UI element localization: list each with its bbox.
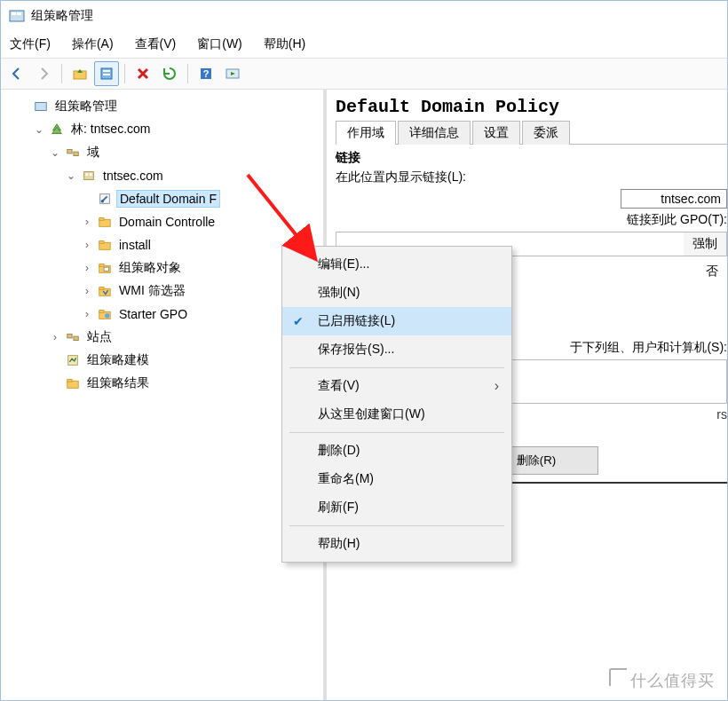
tree-label: WMI 筛选器 bbox=[116, 282, 188, 300]
watermark-icon bbox=[609, 668, 627, 686]
tab-delegation[interactable]: 委派 bbox=[522, 121, 570, 145]
tab-settings[interactable]: 设置 bbox=[472, 121, 520, 145]
svg-rect-6 bbox=[103, 74, 110, 75]
wmi-icon bbox=[97, 283, 113, 299]
ctx-divider bbox=[289, 432, 504, 433]
ctx-save-report[interactable]: 保存报告(S)... bbox=[282, 335, 511, 364]
gpo-container-icon bbox=[97, 260, 113, 276]
svg-rect-31 bbox=[74, 336, 78, 340]
toolbar-up-folder[interactable] bbox=[67, 61, 92, 86]
ctx-enforce[interactable]: 强制(N) bbox=[282, 279, 511, 307]
ctx-refresh[interactable]: 刷新(F) bbox=[282, 493, 511, 522]
tree-domain[interactable]: ⌄ tntsec.com bbox=[65, 164, 323, 187]
chevron-down-icon[interactable]: ⌄ bbox=[65, 169, 77, 182]
ou-icon bbox=[97, 214, 113, 230]
svg-point-29 bbox=[105, 313, 109, 318]
domains-icon bbox=[65, 145, 81, 161]
tree-label: tntsec.com bbox=[100, 168, 166, 184]
watermark-text: 什么值得买 bbox=[630, 670, 715, 691]
display-links-label: 在此位置内显示链接(L): bbox=[336, 169, 727, 185]
svg-rect-34 bbox=[67, 380, 72, 382]
modeling-icon bbox=[65, 352, 81, 368]
tree-label: install bbox=[116, 237, 154, 253]
window-title: 组策略管理 bbox=[31, 8, 93, 24]
toolbar-back[interactable] bbox=[4, 61, 29, 86]
toolbar-separator bbox=[187, 64, 188, 83]
toolbar-refresh[interactable] bbox=[157, 61, 182, 86]
svg-rect-1 bbox=[12, 12, 16, 15]
menu-view[interactable]: 查看(V) bbox=[131, 35, 180, 54]
ctx-delete[interactable]: 删除(D) bbox=[282, 437, 511, 465]
ctx-view[interactable]: 查看(V) bbox=[282, 372, 511, 400]
svg-rect-26 bbox=[99, 287, 104, 290]
svg-rect-10 bbox=[36, 103, 46, 111]
tree-root[interactable]: 组策略管理 bbox=[17, 95, 323, 118]
toolbar: ? bbox=[1, 58, 727, 90]
toolbar-forward[interactable] bbox=[31, 61, 56, 86]
tree-item-domain-controllers[interactable]: › Domain Controlle bbox=[81, 210, 323, 233]
ctx-help[interactable]: 帮助(H) bbox=[282, 530, 511, 558]
tree-label: 组策略管理 bbox=[52, 98, 120, 115]
toolbar-delete[interactable] bbox=[131, 61, 155, 86]
menu-action[interactable]: 操作(A) bbox=[68, 35, 117, 54]
menu-file[interactable]: 文件(F) bbox=[6, 35, 54, 54]
svg-rect-11 bbox=[67, 149, 72, 153]
gpmc-root-icon bbox=[33, 98, 49, 114]
svg-rect-13 bbox=[84, 172, 94, 180]
menu-window[interactable]: 窗口(W) bbox=[194, 35, 246, 54]
chevron-right-icon[interactable]: › bbox=[49, 331, 61, 343]
svg-rect-19 bbox=[99, 218, 104, 221]
toolbar-help[interactable]: ? bbox=[194, 61, 218, 86]
starter-gpo-icon bbox=[97, 306, 113, 322]
context-menu: 编辑(E)... 强制(N) 已启用链接(L) 保存报告(S)... 查看(V)… bbox=[281, 246, 512, 563]
tree-label: Starter GPO bbox=[116, 306, 190, 322]
ctx-rename[interactable]: 重命名(M) bbox=[282, 465, 511, 493]
tree-label: 站点 bbox=[84, 328, 115, 346]
tree-label: Domain Controlle bbox=[116, 214, 218, 230]
tree-label: 林: tntsec.com bbox=[68, 121, 153, 138]
toolbar-run[interactable] bbox=[220, 61, 245, 86]
display-links-value[interactable]: tntsec.com bbox=[621, 189, 727, 209]
chevron-down-icon[interactable]: ⌄ bbox=[49, 146, 61, 159]
ctx-link-enabled[interactable]: 已启用链接(L) bbox=[282, 307, 511, 335]
tab-details[interactable]: 详细信息 bbox=[398, 121, 471, 145]
chevron-right-icon[interactable]: › bbox=[81, 262, 93, 274]
tree-domains[interactable]: ⌄ 域 bbox=[49, 141, 323, 164]
tree-label: 组策略建模 bbox=[84, 351, 152, 369]
tree-forest[interactable]: ⌄ 林: tntsec.com bbox=[33, 118, 323, 141]
tree-panel: 组策略管理 ⌄ 林: tntsec.com bbox=[1, 90, 327, 700]
chevron-right-icon[interactable]: › bbox=[81, 239, 93, 251]
ctx-edit[interactable]: 编辑(E)... bbox=[282, 250, 511, 279]
chevron-right-icon[interactable]: › bbox=[81, 285, 93, 297]
svg-rect-12 bbox=[74, 152, 78, 155]
col-enforced[interactable]: 强制 bbox=[684, 232, 726, 256]
watermark: 什么值得买 bbox=[609, 670, 715, 691]
tab-scope[interactable]: 作用域 bbox=[336, 121, 396, 145]
gpo-link-icon bbox=[97, 191, 113, 207]
svg-rect-21 bbox=[99, 241, 104, 244]
svg-rect-23 bbox=[99, 264, 104, 267]
forest-icon bbox=[49, 122, 65, 138]
svg-rect-5 bbox=[103, 70, 110, 72]
svg-rect-2 bbox=[17, 12, 21, 15]
ctx-new-window[interactable]: 从这里创建窗口(W) bbox=[282, 400, 511, 429]
chevron-down-icon[interactable]: ⌄ bbox=[33, 123, 45, 136]
svg-rect-24 bbox=[104, 267, 108, 271]
title-bar: 组策略管理 bbox=[1, 1, 727, 31]
chevron-right-icon[interactable]: › bbox=[81, 216, 93, 228]
tree-label: Default Domain F bbox=[116, 190, 220, 208]
tree-label: 组策略对象 bbox=[116, 259, 184, 277]
chevron-right-icon[interactable]: › bbox=[81, 308, 93, 320]
svg-text:?: ? bbox=[203, 68, 210, 79]
domain-icon bbox=[81, 168, 97, 184]
ou-icon bbox=[97, 237, 113, 253]
svg-rect-30 bbox=[67, 334, 72, 337]
ctx-divider bbox=[289, 367, 504, 368]
svg-rect-14 bbox=[85, 173, 88, 176]
toolbar-separator bbox=[61, 64, 62, 83]
tab-strip: 作用域 详细信息 设置 委派 bbox=[336, 121, 727, 145]
menu-help[interactable]: 帮助(H) bbox=[260, 35, 309, 54]
tree-item-default-domain-policy[interactable]: Default Domain F bbox=[81, 187, 323, 210]
toolbar-properties[interactable] bbox=[94, 61, 119, 86]
tree-label: 域 bbox=[84, 144, 102, 161]
